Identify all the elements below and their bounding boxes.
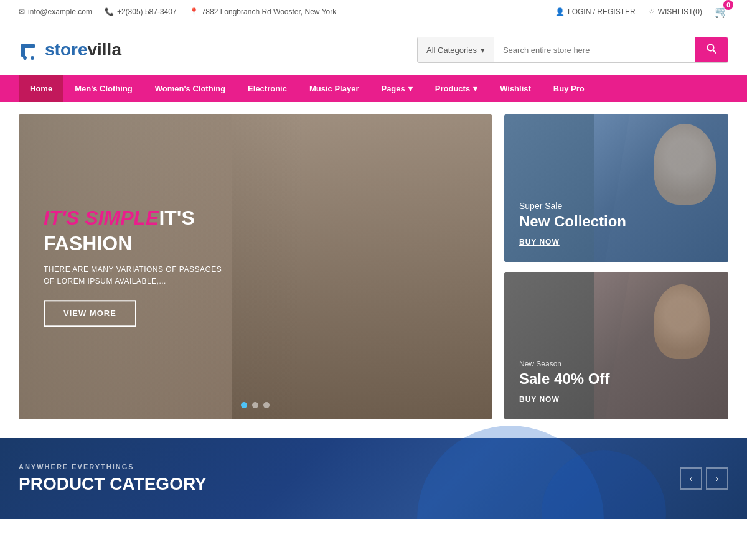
nav-item-music-player[interactable]: Music Player: [298, 75, 370, 102]
category-title: PRODUCT CATEGORY: [19, 474, 207, 494]
search-button[interactable]: [695, 37, 728, 62]
search-icon: [707, 44, 716, 56]
nav-item-products[interactable]: Products ▾: [424, 75, 489, 102]
nav-item-electronic[interactable]: Electronic: [237, 75, 298, 102]
banner2-buy-now-link[interactable]: BUY NOW: [519, 395, 560, 404]
banner-super-sale: Super Sale New Collection BUY NOW: [504, 114, 728, 262]
category-subtitle: ANYWHERE EVERYTHINGS: [19, 463, 207, 470]
heart-icon: ♡: [648, 7, 655, 16]
user-icon: 👤: [555, 7, 565, 16]
header: store villa All Categories ▾: [0, 24, 747, 75]
search-category-dropdown[interactable]: All Categories ▾: [418, 37, 494, 62]
hero-title-line2: FASHION: [44, 232, 230, 255]
topbar-left: ✉ info@example.com 📞 +2(305) 587-3407 📍 …: [19, 7, 336, 16]
location-icon: 📍: [189, 7, 199, 16]
banner-sale: New Season Sale 40% Off BUY NOW: [504, 272, 728, 419]
search-input[interactable]: [494, 37, 695, 62]
pages-chevron-icon: ▾: [408, 84, 413, 93]
banner2-content: New Season Sale 40% Off BUY NOW: [519, 360, 609, 404]
category-prev-button[interactable]: ‹: [680, 467, 702, 490]
banner1-content: Super Sale New Collection BUY NOW: [519, 201, 626, 247]
banner1-super-label: Super Sale: [519, 201, 626, 211]
hero-title-pink: IT'S SIMPLE: [44, 207, 159, 229]
slider-dot-3[interactable]: [263, 402, 270, 408]
topbar-email: ✉ info@example.com: [19, 7, 92, 16]
banner1-title: New Collection: [519, 213, 626, 230]
cart-icon-wrapper[interactable]: 🛒 0: [715, 5, 728, 19]
main-content: IT'S SIMPLEIT'S FASHION THERE ARE MANY V…: [0, 102, 747, 432]
slider-dot-2[interactable]: [252, 402, 258, 408]
search-bar: All Categories ▾: [417, 37, 728, 63]
slider-dot-1[interactable]: [241, 402, 247, 408]
topbar-address: 📍 7882 Longbranch Rd Wooster, New York: [189, 7, 337, 16]
side-banners: Super Sale New Collection BUY NOW New Se…: [504, 114, 728, 419]
banner2-title: Sale 40% Off: [519, 371, 609, 387]
banner1-buy-now-link[interactable]: BUY NOW: [519, 238, 560, 246]
banner1-face: [654, 124, 716, 205]
svg-point-2: [23, 56, 27, 60]
category-text: ANYWHERE EVERYTHINGS PRODUCT CATEGORY: [19, 463, 207, 494]
product-category-section: ANYWHERE EVERYTHINGS PRODUCT CATEGORY ‹ …: [0, 438, 747, 519]
hero-text-block: IT'S SIMPLEIT'S FASHION THERE ARE MANY V…: [44, 207, 230, 327]
svg-point-3: [31, 56, 34, 60]
topbar: ✉ info@example.com 📞 +2(305) 587-3407 📍 …: [0, 0, 747, 24]
topbar-right: 👤 LOGIN / REGISTER ♡ WISHLIST(0) 🛒 0: [555, 5, 728, 19]
category-nav-arrows: ‹ ›: [680, 467, 728, 490]
hero-title-white: IT'S: [159, 207, 194, 229]
banner2-face: [654, 284, 710, 359]
chevron-down-icon: ▾: [481, 45, 485, 55]
email-icon: ✉: [19, 7, 25, 16]
svg-line-5: [713, 50, 716, 54]
login-link[interactable]: 👤 LOGIN / REGISTER: [555, 7, 636, 16]
nav-item-pages[interactable]: Pages ▾: [370, 75, 423, 102]
hero-subtitle: THERE ARE MANY VARIATIONS OF PASSAGES OF…: [44, 264, 230, 287]
products-chevron-icon: ▾: [473, 84, 477, 93]
hero-title-row1: IT'S SIMPLEIT'S: [44, 207, 230, 230]
slider-dots: [241, 402, 270, 408]
logo-text-villa: villa: [87, 40, 121, 60]
logo-text-store: store: [45, 40, 87, 60]
cart-badge-count: 0: [723, 0, 733, 10]
logo-icon: [19, 38, 42, 62]
category-header: ANYWHERE EVERYTHINGS PRODUCT CATEGORY ‹ …: [19, 463, 728, 494]
topbar-phone: 📞 +2(305) 587-3407: [105, 7, 177, 16]
nav-item-buy-pro[interactable]: Buy Pro: [542, 75, 596, 102]
nav-item-home[interactable]: Home: [19, 75, 63, 102]
nav-item-womens-clothing[interactable]: Women's Clothing: [144, 75, 237, 102]
wishlist-link[interactable]: ♡ WISHLIST(0): [648, 7, 702, 16]
navbar: Home Men's Clothing Women's Clothing Ele…: [0, 75, 747, 102]
hero-view-more-button[interactable]: VIEW MORE: [44, 301, 136, 327]
phone-icon: 📞: [105, 7, 114, 16]
category-next-button[interactable]: ›: [706, 467, 728, 490]
nav-item-mens-clothing[interactable]: Men's Clothing: [63, 75, 144, 102]
hero-slider: IT'S SIMPLEIT'S FASHION THERE ARE MANY V…: [19, 114, 492, 419]
nav-item-wishlist[interactable]: Wishlist: [489, 75, 542, 102]
svg-rect-1: [21, 44, 35, 48]
logo[interactable]: store villa: [19, 38, 121, 62]
banner2-season-label: New Season: [519, 360, 609, 368]
